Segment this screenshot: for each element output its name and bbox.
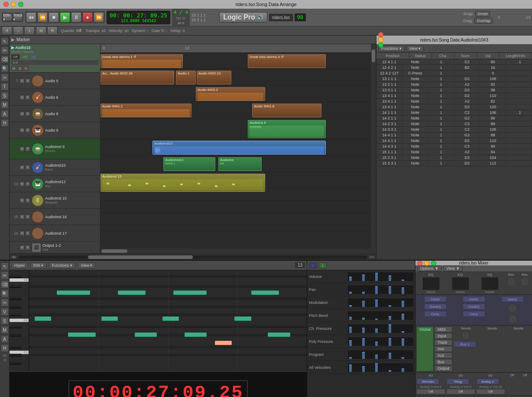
- pr-tool9[interactable]: A: [1, 335, 9, 343]
- global-btn[interactable]: Global: [416, 326, 434, 371]
- view-menu-event[interactable]: View ▾: [406, 45, 424, 52]
- midi-btn[interactable]: MIDI: [435, 326, 452, 332]
- cycle-btn[interactable]: ↺: [2, 26, 12, 35]
- mode-btn1[interactable]: M: [36, 26, 46, 35]
- m-ai15[interactable]: M: [19, 198, 25, 203]
- clip-audioinst-small[interactable]: AudioIns rrrr: [218, 157, 262, 171]
- note-6[interactable]: [135, 332, 157, 337]
- black-key-9[interactable]: [10, 354, 22, 356]
- m-8[interactable]: M: [19, 111, 25, 116]
- io-off3[interactable]: Off: [476, 389, 505, 394]
- tool7[interactable]: S: [1, 92, 9, 100]
- stormdru-btn[interactable]: Stormdru: [417, 378, 439, 384]
- chaneq-btn2[interactable]: ChanEQ: [463, 303, 485, 310]
- event-list-row[interactable]: 12 4 1 1Note1C280. 1: [376, 59, 532, 65]
- view-mixer-btn[interactable]: View ▼: [443, 265, 463, 271]
- bus1-btn[interactable]: Bus 1: [454, 341, 476, 347]
- zoom-tool[interactable]: 🔍: [1, 65, 9, 72]
- autolisten-btn[interactable]: ♪: [13, 26, 23, 35]
- hyper-param-row[interactable]: Program: [307, 348, 415, 361]
- m-15[interactable]: M: [19, 214, 25, 219]
- event-list-row[interactable]: 15 1 1 1Note1A284: [376, 149, 532, 155]
- count-btn[interactable]: 1: [24, 26, 35, 35]
- note-12[interactable]: [251, 290, 279, 295]
- hyper-nav-btn2[interactable]: ↕: [319, 262, 327, 268]
- event-list-row[interactable]: 12 4 2 127C-Press10: [376, 71, 532, 76]
- rewind-button[interactable]: ⏮: [26, 12, 36, 23]
- key-c2[interactable]: C2: [10, 319, 29, 322]
- black-key-4[interactable]: [10, 306, 22, 308]
- event-list-row[interactable]: 13 1 1 1Note1D2108: [376, 76, 532, 82]
- event-list-row[interactable]: 14 3 3 1Note1C2106: [376, 127, 532, 132]
- black-key-7[interactable]: [10, 334, 22, 336]
- m-9[interactable]: M: [19, 128, 25, 133]
- note-3[interactable]: [68, 332, 96, 337]
- m-13[interactable]: M: [19, 181, 25, 187]
- event-list-row[interactable]: 14 4 1 1Note1G288: [376, 132, 532, 138]
- clip-audio6-02-38[interactable]: Au... Audio 6#02.38: [101, 71, 174, 84]
- m-btn[interactable]: M: [11, 66, 16, 71]
- event-list-row[interactable]: 13 4 1 1Note1D2110: [376, 93, 532, 99]
- r-7[interactable]: R: [25, 78, 30, 84]
- ins-btn2[interactable]: Inserts: [463, 296, 485, 302]
- black-key-6[interactable]: [10, 326, 22, 328]
- black-key-2[interactable]: [10, 285, 22, 288]
- chor-knob[interactable]: [520, 277, 529, 287]
- comp-btn1[interactable]: Comp: [424, 311, 447, 317]
- m-7[interactable]: M: [19, 78, 25, 84]
- note-10[interactable]: [215, 341, 231, 345]
- hyper-btn[interactable]: Hyper: [11, 262, 28, 268]
- event-list-row[interactable]: 13 4 1 1Note1D3100: [376, 104, 532, 110]
- r-out[interactable]: R: [25, 245, 30, 250]
- stop-button[interactable]: ■: [49, 12, 59, 23]
- hyper-param-row[interactable]: Poly Pressure: [307, 335, 415, 348]
- pr-pencil-tool[interactable]: ✏: [1, 271, 9, 279]
- minimize-button[interactable]: [11, 2, 16, 7]
- event-list-row[interactable]: 12 4 2 1Note1B216: [376, 65, 532, 71]
- io-off2[interactable]: Off: [446, 389, 475, 394]
- note-11[interactable]: [234, 316, 251, 321]
- hyper-nav-btn[interactable]: ↕: [309, 262, 317, 268]
- back-button[interactable]: ⏪: [37, 12, 48, 23]
- play-button[interactable]: ▶: [60, 12, 70, 23]
- note-1[interactable]: [35, 316, 51, 321]
- inst10-btn[interactable]: Analog 1/: [477, 378, 499, 384]
- event-list-row[interactable]: 13 4 1 1Note1A282: [376, 99, 532, 104]
- pr-eraser-tool[interactable]: ⌫: [1, 281, 9, 288]
- hyper-param-row[interactable]: Modulation: [307, 296, 415, 309]
- event-list-row[interactable]: 14 4 1 1Note1D2110: [376, 138, 532, 144]
- pr-tool10[interactable]: H: [1, 344, 9, 352]
- snap-value[interactable]: Smart: [475, 11, 490, 17]
- pr-tool7[interactable]: S: [1, 317, 9, 325]
- eq-display3[interactable]: [481, 277, 499, 290]
- eq-display2[interactable]: [452, 277, 469, 290]
- chaneq-btn1[interactable]: ChanEQ: [424, 303, 447, 310]
- r-ai10[interactable]: R: [25, 165, 30, 170]
- hyper-param-row[interactable]: Ch. Pressure: [307, 322, 415, 335]
- m-16[interactable]: M: [19, 231, 25, 236]
- event-max[interactable]: [378, 42, 383, 48]
- ins-btn3[interactable]: Inserts: [501, 296, 524, 302]
- text-tool[interactable]: T: [1, 83, 9, 90]
- clip-audio8-03-2[interactable]: Audio 8#03.2: [196, 87, 265, 101]
- clip-great-storms1[interactable]: Great new storms.1 ↺: [101, 54, 183, 68]
- pause-button[interactable]: ⏸: [71, 12, 81, 23]
- black-key-10[interactable]: [10, 362, 22, 365]
- event-list-row[interactable]: 14 1 1 1Note1C2106. 1: [376, 110, 532, 116]
- scroll-arrows[interactable]: ◀▶: [11, 255, 16, 259]
- black-key-5[interactable]: [10, 313, 22, 316]
- arrow-tool[interactable]: ↖: [1, 37, 9, 45]
- send-knob1[interactable]: [461, 331, 470, 340]
- track-menu[interactable]: Track ▾: [13, 13, 23, 21]
- track-btn[interactable]: Track: [435, 339, 452, 345]
- mixer-close[interactable]: [417, 261, 422, 266]
- r-6[interactable]: R: [25, 95, 30, 100]
- clip-ainst9[interactable]: AudioIns 9 ffffffffff: [248, 120, 326, 138]
- m-ai9[interactable]: M: [19, 146, 25, 152]
- glue-tool[interactable]: ✂: [1, 74, 9, 81]
- view-pr-btn[interactable]: View ▾: [78, 262, 96, 268]
- clip-audio9-01-8[interactable]: Audio 9#01.8: [252, 103, 321, 117]
- pr-arrow-tool[interactable]: ↖: [1, 262, 9, 270]
- event-list-row[interactable]: 13 2 1 1Note1A282: [376, 82, 532, 87]
- mixer-min[interactable]: [424, 261, 429, 266]
